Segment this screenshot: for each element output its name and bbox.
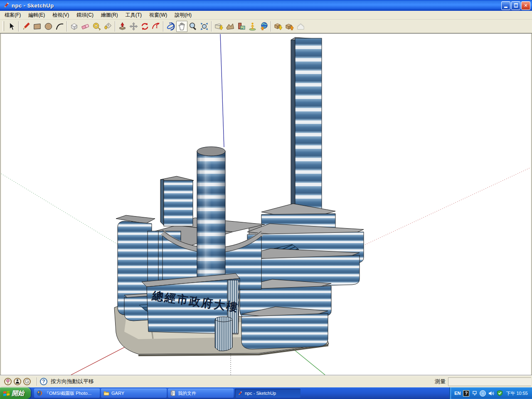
paint-bucket-icon bbox=[103, 22, 113, 31]
photo-textures-button[interactable] bbox=[236, 21, 247, 32]
get-models-crate-icon bbox=[273, 22, 283, 31]
volume-icon[interactable] bbox=[488, 391, 495, 396]
taskbar-clock[interactable]: 下午 10:55 bbox=[505, 390, 528, 397]
building-cylinder-tower[interactable] bbox=[197, 147, 225, 280]
select-tool-button[interactable] bbox=[6, 21, 17, 32]
title-bar: npc - SketchUp ✕ bbox=[0, 0, 532, 11]
sketchup-task-icon bbox=[237, 391, 243, 396]
antivirus-shield-icon[interactable] bbox=[497, 390, 502, 396]
location-pin-icon bbox=[6, 379, 10, 384]
rotate-tool-button[interactable] bbox=[139, 21, 150, 32]
ribbed-base-cylinder[interactable] bbox=[215, 317, 232, 351]
google-earth-button[interactable] bbox=[258, 21, 269, 32]
tape-measure-icon bbox=[92, 22, 101, 31]
start-button[interactable]: 開始 bbox=[0, 387, 31, 399]
zoom-tool-button[interactable] bbox=[187, 21, 199, 32]
menu-bar: 檔案(F) 編輯(E) 檢視(V) 鏡頭(C) 繪圖(R) 工具(T) 視窗(W… bbox=[0, 11, 532, 20]
paint-bucket-button[interactable] bbox=[102, 21, 113, 32]
eraser-icon bbox=[81, 22, 90, 31]
house-button[interactable] bbox=[295, 21, 306, 32]
menu-tools[interactable]: 工具(T) bbox=[122, 11, 145, 20]
tape-measure-button[interactable] bbox=[91, 21, 102, 32]
system-tray: EN ? ‹ 下午 10:55 bbox=[449, 387, 532, 399]
rectangle-icon bbox=[32, 22, 42, 31]
arc-icon bbox=[55, 22, 64, 31]
follow-me-icon bbox=[151, 22, 161, 31]
measurement-input[interactable] bbox=[448, 377, 531, 386]
hide-tray-icons-button[interactable]: ‹ bbox=[480, 390, 486, 397]
get-current-view-button[interactable] bbox=[213, 21, 224, 32]
position-camera-button[interactable] bbox=[247, 21, 258, 32]
sketchup-logo-icon bbox=[2, 2, 10, 9]
credit-attribution-button[interactable] bbox=[14, 378, 21, 385]
share-model-crate-icon bbox=[285, 22, 294, 31]
get-models-button[interactable] bbox=[273, 21, 284, 32]
ime-help-icon[interactable]: ? bbox=[463, 390, 469, 397]
building-tall-tower[interactable] bbox=[291, 37, 322, 233]
zoom-magnifier-icon bbox=[188, 22, 198, 31]
pencil-icon bbox=[21, 22, 31, 31]
minimize-button[interactable] bbox=[501, 1, 510, 10]
status-hint-text: 按方向拖動以平移 bbox=[51, 378, 94, 385]
firefox-icon bbox=[37, 390, 42, 396]
toolbar bbox=[0, 20, 532, 33]
get-current-view-icon bbox=[214, 22, 224, 31]
rotate-icon bbox=[140, 22, 150, 31]
restore-button[interactable] bbox=[511, 1, 520, 10]
ime-toolbar-icon[interactable] bbox=[472, 391, 477, 396]
toggle-terrain-button[interactable] bbox=[224, 21, 236, 32]
circle-tool-button[interactable] bbox=[43, 21, 54, 32]
modeling-viewport[interactable]: 總經市政府大樓 bbox=[0, 33, 532, 375]
line-tool-button[interactable] bbox=[20, 21, 32, 32]
menu-window[interactable]: 視窗(W) bbox=[145, 11, 171, 20]
menu-camera[interactable]: 鏡頭(C) bbox=[73, 11, 97, 20]
language-indicator[interactable]: EN bbox=[454, 391, 461, 396]
component-box-icon bbox=[69, 22, 79, 31]
menu-edit[interactable]: 編輯(E) bbox=[25, 11, 49, 20]
terrain-icon bbox=[225, 22, 235, 31]
person-figure-icon bbox=[248, 22, 257, 31]
google-earth-globe-icon bbox=[259, 22, 268, 31]
rectangle-tool-button[interactable] bbox=[32, 21, 43, 32]
house-icon bbox=[296, 22, 305, 31]
taskbar: 開始 『OMSI截圖版 Photo... GARY 我的文件 npc - Ske… bbox=[0, 387, 532, 399]
pan-tool-button[interactable] bbox=[176, 21, 187, 32]
make-component-button[interactable] bbox=[69, 21, 80, 32]
zoom-extents-icon bbox=[200, 22, 209, 31]
status-bar: ? 按方向拖動以平移 測量 bbox=[0, 375, 532, 387]
g-swirl-icon bbox=[25, 379, 30, 384]
push-pull-icon bbox=[118, 22, 127, 31]
menu-file[interactable]: 檔案(F) bbox=[1, 11, 25, 20]
follow-me-button[interactable] bbox=[150, 21, 162, 32]
geolocation-status-button[interactable] bbox=[4, 378, 12, 385]
document-icon bbox=[170, 390, 176, 396]
viewport-3d-model[interactable]: 總經市政府大樓 bbox=[1, 33, 531, 375]
window-title: npc - SketchUp bbox=[12, 2, 54, 9]
toolbar-grip[interactable] bbox=[2, 21, 4, 31]
menu-view[interactable]: 檢視(V) bbox=[49, 11, 73, 20]
sign-in-status-button[interactable] bbox=[23, 378, 31, 385]
photo-building-icon bbox=[236, 22, 246, 31]
move-tool-button[interactable] bbox=[128, 21, 139, 32]
task-firefox-window[interactable]: 『OMSI截圖版 Photo... bbox=[34, 389, 100, 398]
arc-tool-button[interactable] bbox=[54, 21, 65, 32]
push-pull-button[interactable] bbox=[117, 21, 128, 32]
eraser-tool-button[interactable] bbox=[80, 21, 91, 32]
person-icon bbox=[15, 379, 20, 384]
share-model-button[interactable] bbox=[284, 21, 295, 32]
measurement-label: 測量 bbox=[435, 378, 446, 385]
task-folder-gary[interactable]: GARY bbox=[101, 389, 167, 398]
desktop: npc - SketchUp ✕ 檔案(F) 編輯(E) 檢視(V) 鏡頭(C)… bbox=[0, 0, 532, 399]
orbit-tool-button[interactable] bbox=[165, 21, 176, 32]
task-sketchup-active[interactable]: npc - SketchUp bbox=[235, 389, 300, 398]
pan-hand-icon bbox=[177, 22, 187, 31]
menu-draw[interactable]: 繪圖(R) bbox=[97, 11, 122, 20]
menu-help[interactable]: 說明(H) bbox=[171, 11, 195, 20]
folder-icon bbox=[103, 391, 109, 396]
windows-flag-icon bbox=[3, 391, 10, 396]
move-arrows-icon bbox=[129, 22, 138, 31]
close-button[interactable]: ✕ bbox=[521, 1, 530, 10]
help-icon[interactable]: ? bbox=[40, 378, 47, 385]
task-my-documents[interactable]: 我的文件 bbox=[168, 389, 234, 398]
zoom-extents-button[interactable] bbox=[199, 21, 210, 32]
